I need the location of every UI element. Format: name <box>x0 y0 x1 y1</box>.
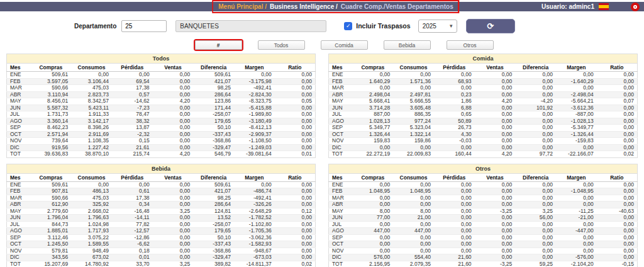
tab-comida[interactable]: Comida <box>321 40 368 50</box>
table-row: NOV739,641.108,350,150,00-368,86-1.108,5… <box>7 138 316 145</box>
value-cell: 0,00 <box>353 202 394 208</box>
table-row: JUL887,00886,350,650,000,00-887,000,00 <box>329 111 638 118</box>
value-cell: 0,00 <box>153 85 194 92</box>
month-cell: ABR <box>329 91 353 98</box>
value-cell: 0,00 <box>475 188 516 195</box>
value-cell: 1.796,04 <box>31 215 72 222</box>
column-header: Compras <box>353 64 394 72</box>
table-row: JUN77,0021,000,000,0056,00-21,000,00 <box>329 215 638 222</box>
brand-logo-icon[interactable] <box>631 3 640 11</box>
value-cell: 0,00 <box>153 221 194 228</box>
value-cell: 2.823,73 <box>71 91 112 98</box>
department-code-input[interactable] <box>121 20 167 32</box>
table-comida-grid: MesComprasConsumosPérdidasVentasDiferenc… <box>328 63 638 158</box>
value-cell: 286,64 <box>193 91 234 98</box>
value-cell: 5.587,32 <box>31 105 72 111</box>
value-cell: 0,02 <box>275 261 316 267</box>
month-cell: JUN <box>7 215 31 222</box>
month-cell: TOT <box>329 261 353 267</box>
table-row: JUN1.796,041.796,63-14,110,0013,52-1.782… <box>7 215 316 222</box>
month-cell: MAY <box>7 208 31 215</box>
table-row: DIC576,00554,4021,600,000,00-576,000,00 <box>329 254 638 261</box>
month-cell: JUL <box>7 111 31 118</box>
tab-numeric[interactable]: # <box>195 40 242 50</box>
month-cell: MAR <box>329 85 353 92</box>
value-cell: 2.779,60 <box>31 208 72 215</box>
value-cell: 8,00 <box>393 208 434 215</box>
value-cell: 0,01 <box>112 254 153 261</box>
value-cell: -3,25 <box>475 208 516 215</box>
value-cell: -14,62 <box>112 98 153 105</box>
tab-otros[interactable]: Otros <box>447 40 494 50</box>
department-label: Departamento <box>74 23 116 30</box>
value-cell: 0,02 <box>597 151 638 158</box>
value-cell: 0,00 <box>393 195 434 202</box>
value-cell: 421,07 <box>193 188 234 195</box>
table-row: JUL1.731,731.911,3378,470,00-258,07-1.98… <box>7 111 316 118</box>
value-cell: 21,60 <box>434 261 475 267</box>
tab-bebida[interactable]: Bebida <box>384 40 431 50</box>
department-name-field[interactable] <box>175 20 326 32</box>
value-cell: 0,00 <box>597 111 638 118</box>
value-cell: -14.811,37 <box>234 261 275 267</box>
value-cell: 0,00 <box>556 247 597 254</box>
value-cell: -2.104,20 <box>556 261 597 267</box>
value-cell: 0,00 <box>597 195 638 202</box>
value-cell: 0,00 <box>275 241 316 248</box>
value-cell: 0,00 <box>556 195 597 202</box>
tab-todos[interactable]: Todos <box>258 40 305 50</box>
table-row: SEP8.462,238.398,2613,870,0050,10-8.412,… <box>7 125 316 132</box>
year-select[interactable]: 2025 <box>418 20 457 33</box>
include-transfers-checkbox[interactable] <box>344 22 352 30</box>
value-cell: -576,00 <box>556 254 597 261</box>
value-cell: 0,00 <box>153 91 194 98</box>
top-bar: Menú Principal / Business Intelligence /… <box>0 2 644 11</box>
value-cell: 1.911,33 <box>71 111 112 118</box>
table-row: JUN5.587,325.423,11-7,230,00171,44-5.415… <box>7 105 316 111</box>
value-cell: -673,03 <box>234 254 275 261</box>
column-header: Diferencia <box>193 173 234 181</box>
value-cell: -14,11 <box>112 215 153 222</box>
value-cell: 0,00 <box>275 234 316 241</box>
spain-flag-icon[interactable] <box>599 3 609 10</box>
value-cell: 4,20 <box>153 151 194 158</box>
value-cell: 3,25 <box>515 208 556 215</box>
value-cell: 0,00 <box>515 228 556 235</box>
column-header: Pérdidas <box>434 64 475 72</box>
value-cell: 0,00 <box>597 144 638 151</box>
value-cell: 0,00 <box>515 72 556 79</box>
value-cell: 0,00 <box>353 247 394 254</box>
value-cell: 77,82 <box>112 221 153 228</box>
value-cell: 33,70 <box>112 261 153 267</box>
table-todos: TodosMesComprasConsumosPérdidasVentasDif… <box>6 54 316 158</box>
value-cell: 0,00 <box>353 221 394 228</box>
table-row: ENE509,610,000,000,00509,610,000,00 <box>7 181 316 188</box>
value-cell: -3.612,36 <box>556 105 597 111</box>
value-cell: 0,00 <box>153 228 194 235</box>
value-cell: 0,57 <box>112 91 153 98</box>
value-cell: 1.885,01 <box>31 228 72 235</box>
refresh-button[interactable] <box>466 19 515 33</box>
column-header: Diferencia <box>515 64 556 72</box>
value-cell: -21,00 <box>556 215 597 222</box>
value-cell: 0,00 <box>597 78 638 85</box>
value-cell: 0,00 <box>275 221 316 228</box>
table-row: MAY8,008,000,00-3,253,25-11,25-40,63 <box>329 208 638 215</box>
value-cell: 673,02 <box>71 254 112 261</box>
value-cell: 0,00 <box>393 241 434 248</box>
value-cell: 3.142,17 <box>71 118 112 125</box>
value-cell: 3.112,46 <box>31 234 72 241</box>
month-cell: NOV <box>7 138 31 145</box>
breadcrumb-root-link[interactable]: Menú Principal / <box>218 3 267 10</box>
value-cell: 0,00 <box>153 138 194 145</box>
table-title: Bebida <box>6 164 316 173</box>
value-cell: 1.640,29 <box>353 78 394 85</box>
breadcrumb-section-link[interactable]: Business Intelligence / <box>270 3 338 10</box>
value-cell: -1.108,50 <box>234 138 275 145</box>
month-cell: ABR <box>7 91 31 98</box>
value-cell: -329,47 <box>193 144 234 151</box>
table-row: MAY8.456,018.342,57-14,624,20123,86-8.32… <box>7 98 316 105</box>
value-cell: 0,00 <box>153 241 194 248</box>
column-header: Pérdidas <box>112 64 153 72</box>
value-cell: 447,00 <box>353 228 394 235</box>
